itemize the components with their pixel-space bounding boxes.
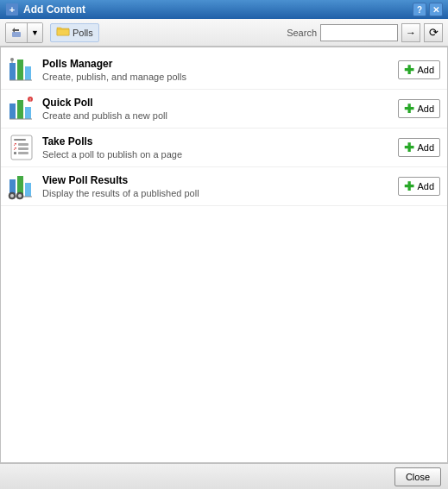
svg-rect-3 <box>9 63 16 80</box>
take-polls-text: Take Polls Select a poll to publish on a… <box>42 135 391 160</box>
add-icon: ✚ <box>404 64 414 76</box>
view-results-text: View Poll Results Display the results of… <box>42 174 391 198</box>
svg-rect-18 <box>18 143 28 146</box>
svg-rect-22 <box>18 152 28 154</box>
svg-point-7 <box>10 58 14 61</box>
search-input[interactable] <box>320 24 398 41</box>
navigation-button-group: ▼ <box>5 22 43 43</box>
folder-svg-icon <box>56 25 70 37</box>
quick-poll-add-button[interactable]: ✚ Add <box>398 99 440 118</box>
window-close-button[interactable]: ✕ <box>429 3 443 16</box>
navigation-dropdown-button[interactable]: ▼ <box>27 23 42 42</box>
title-bar-left: + Add Content <box>5 3 85 16</box>
take-polls-title: Take Polls <box>42 135 391 147</box>
breadcrumb-label: Polls <box>73 28 93 38</box>
add-content-icon: + <box>5 3 19 16</box>
svg-point-8 <box>11 61 13 63</box>
take-polls-icon <box>8 134 35 161</box>
go-arrow-icon: → <box>406 27 416 39</box>
toolbar: ▼ Polls Search → ⟳ <box>0 19 448 47</box>
polls-manager-title: Polls Manager <box>42 58 391 70</box>
svg-point-28 <box>10 194 14 197</box>
title-bar: + Add Content ? ✕ <box>0 0 448 19</box>
quick-poll-icon: ! <box>8 95 35 122</box>
add-icon: ✚ <box>404 141 414 154</box>
close-button[interactable]: Close <box>394 467 441 486</box>
refresh-button[interactable]: ⟳ <box>424 23 443 42</box>
breadcrumb-folder[interactable]: Polls <box>50 23 99 42</box>
polls-manager-icon <box>8 56 35 84</box>
svg-rect-5 <box>25 66 31 80</box>
view-results-title: View Poll Results <box>42 174 391 186</box>
svg-rect-9 <box>9 103 16 119</box>
svg-rect-20 <box>18 147 28 150</box>
polls-manager-text: Polls Manager Create, publish, and manag… <box>42 58 391 82</box>
list-item: Take Polls Select a poll to publish on a… <box>1 129 447 167</box>
svg-rect-25 <box>25 183 31 197</box>
list-item: ! Quick Poll Create and publish a new po… <box>1 90 447 129</box>
footer: Close <box>0 463 448 489</box>
list-item: View Poll Results Display the results of… <box>1 167 447 206</box>
back-icon <box>10 27 22 39</box>
title-bar-right: ? ✕ <box>413 3 443 16</box>
dropdown-arrow-icon: ▼ <box>31 28 39 37</box>
svg-rect-4 <box>17 60 23 80</box>
folder-icon <box>56 25 70 40</box>
take-polls-add-button[interactable]: ✚ Add <box>398 138 440 157</box>
take-polls-desc: Select a poll to publish on a page <box>42 149 391 160</box>
svg-rect-10 <box>17 100 23 119</box>
list-item: Polls Manager Create, publish, and manag… <box>1 51 447 90</box>
svg-rect-21 <box>14 152 16 154</box>
content-list: Polls Manager Create, publish, and manag… <box>0 47 448 463</box>
view-results-add-button[interactable]: ✚ Add <box>398 177 440 196</box>
search-go-button[interactable]: → <box>401 23 420 42</box>
breadcrumb-area: Polls <box>50 23 283 42</box>
view-results-icon <box>8 172 35 200</box>
add-icon: ✚ <box>404 103 414 115</box>
view-results-desc: Display the results of a published poll <box>42 188 391 198</box>
polls-manager-desc: Create, publish, and manage polls <box>42 72 391 82</box>
polls-manager-add-button[interactable]: ✚ Add <box>398 60 440 79</box>
refresh-icon: ⟳ <box>429 26 439 39</box>
quick-poll-text: Quick Poll Create and publish a new poll <box>42 97 391 121</box>
svg-point-30 <box>18 194 22 197</box>
help-button[interactable]: ? <box>413 3 426 16</box>
svg-rect-2 <box>12 32 21 37</box>
quick-poll-desc: Create and publish a new poll <box>42 110 391 121</box>
title-bar-title: Add Content <box>23 3 85 16</box>
svg-rect-11 <box>25 107 31 119</box>
svg-text:+: + <box>9 4 15 15</box>
add-icon: ✚ <box>404 180 414 192</box>
back-button[interactable] <box>6 23 27 42</box>
search-label: Search <box>287 28 317 38</box>
svg-rect-16 <box>14 139 26 141</box>
quick-poll-title: Quick Poll <box>42 97 391 109</box>
